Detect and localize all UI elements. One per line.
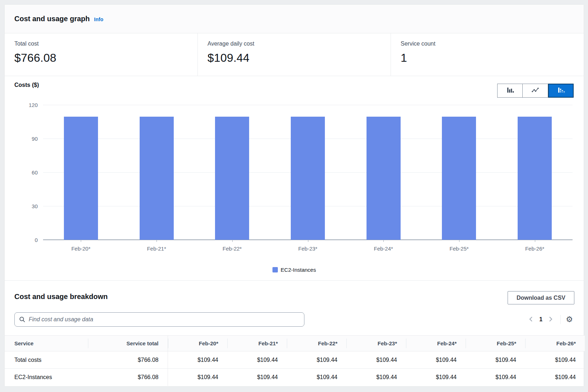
stacked-bar-chart-icon — [556, 86, 566, 95]
service-name-cell: Total costs — [5, 351, 88, 369]
y-tick-label: 0 — [35, 237, 38, 243]
chart-type-toggle-group — [497, 84, 574, 98]
value-cell: $109.44 — [466, 351, 525, 369]
breakdown-section: Cost and usage breakdown Download as CSV… — [5, 281, 584, 386]
chevron-right-icon — [548, 316, 553, 323]
stat-label: Average daily cost — [207, 41, 391, 47]
x-tick-label: Feb-20* — [71, 246, 90, 252]
column-header-feb-24-: Feb-24* — [406, 336, 466, 351]
line-chart-icon — [531, 86, 540, 95]
column-header-feb-20-: Feb-20* — [168, 336, 227, 351]
bar-Feb-26*[interactable] — [518, 117, 552, 240]
gridline-y-120 — [43, 105, 573, 105]
x-tick-mark — [535, 240, 535, 242]
x-tick-label: Feb-24* — [374, 246, 393, 252]
y-tick-label: 90 — [32, 136, 38, 142]
bar-Feb-22*[interactable] — [215, 117, 249, 240]
search-icon — [19, 316, 25, 323]
column-header-feb-26-: Feb-26* — [525, 336, 585, 351]
card-header: Cost and usage graph Info — [5, 5, 584, 33]
previous-page-button[interactable] — [526, 315, 536, 324]
value-cell: $109.44 — [525, 351, 585, 369]
stats-row: Total cost $766.08 Average daily cost $1… — [5, 33, 584, 76]
column-header-feb-22-: Feb-22* — [287, 336, 346, 351]
stat-label: Total cost — [14, 41, 197, 47]
legend-swatch — [272, 267, 278, 272]
pager-divider — [560, 315, 561, 324]
value-cell: $109.44 — [227, 351, 287, 369]
bar-Feb-23*[interactable] — [291, 117, 325, 240]
y-tick-label: 60 — [32, 169, 38, 176]
value-cell: $109.44 — [346, 351, 406, 369]
x-tick-mark — [232, 240, 233, 242]
current-page-number[interactable]: 1 — [539, 316, 542, 323]
value-cell: $109.44 — [287, 369, 346, 386]
stat-value: $766.08 — [14, 51, 197, 65]
value-cell: $766.08 — [88, 351, 168, 369]
value-cell: $109.44 — [168, 369, 227, 386]
value-cell: $109.44 — [406, 351, 466, 369]
stat-label: Service count — [401, 41, 584, 47]
search-input[interactable] — [29, 316, 300, 323]
download-csv-button[interactable]: Download as CSV — [508, 291, 574, 304]
column-header-service: Service — [5, 336, 88, 351]
cost-breakdown-table: ServiceService totalFeb-20*Feb-21*Feb-22… — [5, 335, 585, 386]
x-tick-label: Feb-26* — [525, 246, 544, 252]
info-link[interactable]: Info — [94, 17, 103, 22]
x-tick-label: Feb-22* — [223, 246, 242, 252]
service-name-cell: EC2-Instances — [5, 369, 88, 386]
legend-item-ec2-instances[interactable]: EC2-Instances — [272, 267, 316, 273]
value-cell: $766.08 — [88, 369, 168, 386]
table-header-row: ServiceService totalFeb-20*Feb-21*Feb-22… — [5, 336, 585, 351]
value-cell: $109.44 — [227, 369, 287, 386]
bar-Feb-20*[interactable] — [64, 117, 98, 240]
table-row: Total costs$766.08$109.44$109.44$109.44$… — [5, 351, 585, 369]
x-tick-mark — [308, 240, 308, 242]
table-row: EC2-Instances$766.08$109.44$109.44$109.4… — [5, 369, 585, 386]
x-tick-label: Feb-25* — [449, 246, 468, 252]
stacked-bar-chart-toggle[interactable] — [548, 84, 574, 98]
value-cell: $109.44 — [525, 369, 585, 386]
value-cell: $109.44 — [346, 369, 406, 386]
column-header-feb-21-: Feb-21* — [227, 336, 287, 351]
chart-legend: EC2-Instances — [5, 267, 584, 273]
column-header-service-total: Service total — [88, 336, 168, 351]
cost-and-usage-card: Cost and usage graph Info Total cost $76… — [5, 5, 584, 386]
value-cell: $109.44 — [406, 369, 466, 386]
column-header-feb-25-: Feb-25* — [466, 336, 525, 351]
value-cell: $109.44 — [287, 351, 346, 369]
stat-value: $109.44 — [207, 51, 391, 65]
stat-value: 1 — [401, 51, 584, 65]
chevron-left-icon — [528, 316, 533, 323]
bar-chart-toggle[interactable] — [497, 84, 523, 98]
chart-section: Costs ($) — [5, 76, 584, 281]
x-tick-label: Feb-23* — [298, 246, 317, 252]
bar-Feb-21*[interactable] — [140, 117, 174, 240]
search-box[interactable] — [14, 312, 304, 327]
legend-label: EC2-Instances — [281, 267, 316, 273]
chart-axis-title: Costs ($) — [14, 82, 39, 88]
x-tick-mark — [459, 240, 459, 242]
value-cell: $109.44 — [168, 351, 227, 369]
x-tick-mark — [81, 240, 81, 242]
y-tick-label: 120 — [29, 102, 38, 108]
y-tick-label: 30 — [32, 203, 38, 209]
stat-total-cost: Total cost $766.08 — [5, 33, 197, 76]
x-tick-mark — [383, 240, 384, 242]
table-body: Total costs$766.08$109.44$109.44$109.44$… — [5, 351, 585, 386]
bar-Feb-25*[interactable] — [442, 117, 476, 240]
x-tick-label: Feb-21* — [147, 246, 166, 252]
plot-area: 0306090120Feb-20*Feb-21*Feb-22*Feb-23*Fe… — [43, 105, 573, 240]
bar-Feb-24*[interactable] — [367, 117, 401, 240]
table-settings-gear-icon[interactable]: ⚙ — [566, 316, 573, 323]
stat-service-count: Service count 1 — [391, 33, 584, 76]
page-title: Cost and usage graph — [14, 15, 90, 23]
value-cell: $109.44 — [466, 369, 525, 386]
line-chart-toggle[interactable] — [523, 84, 548, 98]
column-header-feb-23-: Feb-23* — [346, 336, 406, 351]
stat-average-daily-cost: Average daily cost $109.44 — [197, 33, 391, 76]
x-tick-mark — [157, 240, 157, 242]
breakdown-title: Cost and usage breakdown — [14, 293, 108, 301]
pagination: 1 ⚙ — [526, 314, 573, 325]
next-page-button[interactable] — [546, 315, 555, 324]
